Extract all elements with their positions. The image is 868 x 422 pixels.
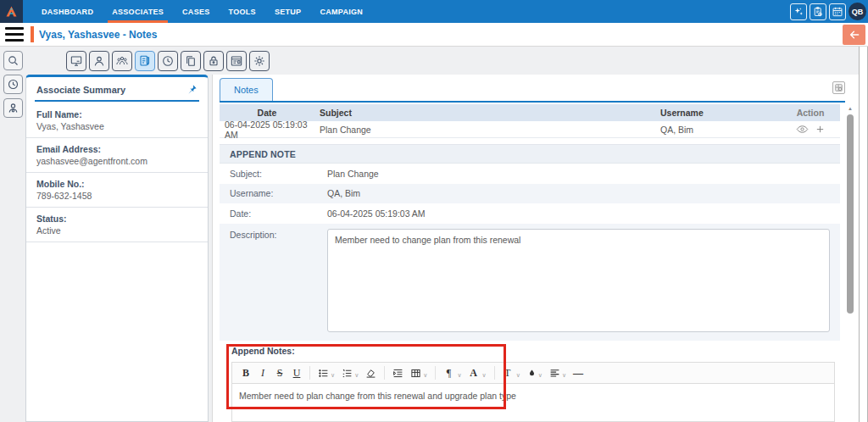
col-header-action: Action: [781, 108, 840, 118]
append-row-date: Date: 06-04-2025 05:19:03 AM: [220, 203, 840, 224]
append-row-username: Username: QA, Bim: [220, 184, 840, 204]
bold-button[interactable]: B: [237, 364, 254, 382]
append-plus-icon[interactable]: [815, 125, 825, 134]
field-label: Mobile No.:: [36, 179, 198, 189]
nav-item-cases[interactable]: CASES: [173, 0, 220, 23]
description-textarea[interactable]: Member need to change plan from this ren…: [327, 229, 830, 332]
notes-panel: Notes Date Subject Username Action 06-04…: [212, 75, 859, 422]
pin-icon[interactable]: [186, 84, 198, 95]
browser-scrollbar-track[interactable]: [859, 47, 868, 422]
title-bar: Vyas, Yashasvee - Notes: [0, 23, 868, 47]
append-note-section: APPEND NOTE Subject: Plan Change Usernam…: [220, 144, 840, 341]
hamburger-menu-icon[interactable]: [5, 27, 24, 42]
color-droplet-button[interactable]: [524, 364, 546, 382]
user-avatar[interactable]: QB: [849, 3, 866, 20]
cell-subject: Plan Change: [314, 125, 655, 135]
search-icon[interactable]: [3, 51, 23, 70]
tab-label: Notes: [234, 85, 259, 95]
field-label: Status:: [36, 214, 198, 224]
unordered-list-button[interactable]: [314, 364, 338, 382]
toolbar-separator: [384, 366, 385, 380]
nav-item-campaign[interactable]: CAMPAIGN: [310, 0, 372, 23]
row-value: QA, Bim: [327, 188, 360, 198]
scrollbar-thumb[interactable]: [847, 114, 854, 314]
row-label: Subject:: [220, 169, 327, 179]
summary-title: Associate Summary: [36, 85, 125, 95]
scrollbar-up-arrow[interactable]: ▲: [847, 104, 854, 113]
col-header-date[interactable]: Date: [220, 108, 314, 118]
cell-username: QA, Bim: [655, 125, 781, 135]
richtext-content[interactable]: Member need to plan change from this ren…: [231, 384, 835, 422]
append-notes-label: Append Notes:: [231, 346, 295, 356]
field-value: Vyas, Yashasvee: [36, 121, 198, 131]
align-button[interactable]: [546, 364, 570, 382]
sparkles-icon[interactable]: [790, 3, 807, 20]
grid-scrollbar: ▲: [847, 104, 854, 422]
form-icon[interactable]: [226, 51, 247, 71]
font-family-button[interactable]: A: [465, 364, 482, 382]
indent-button[interactable]: [389, 364, 407, 382]
toolbar-separator: [435, 366, 436, 380]
chevron-down-icon: [538, 365, 542, 380]
line-height-button[interactable]: T: [499, 364, 516, 382]
ordered-list-button[interactable]: [338, 364, 362, 382]
page-title: Vyas, Yashasvee - Notes: [39, 29, 157, 41]
tab-notes[interactable]: Notes: [220, 78, 273, 101]
field-label: Email Address:: [36, 144, 198, 154]
clipboard-add-icon[interactable]: [810, 3, 826, 20]
append-note-title: APPEND NOTE: [220, 144, 840, 164]
field-value: Active: [36, 225, 198, 236]
chevron-down-icon: [331, 365, 335, 380]
row-value: Plan Change: [327, 169, 379, 179]
paragraph-style-button[interactable]: ¶: [440, 364, 457, 382]
person-icon[interactable]: [89, 51, 109, 71]
nav-item-associates[interactable]: ASSOCIATES: [103, 0, 173, 23]
description-label: Description:: [220, 230, 327, 240]
chevron-down-icon: [516, 365, 520, 380]
underline-button[interactable]: U: [288, 364, 305, 382]
notes-icon[interactable]: [135, 51, 155, 71]
summary-divider: [35, 100, 199, 102]
cell-actions: [781, 125, 840, 134]
table-row[interactable]: 06-04-2025 05:19:03 AM Plan Change QA, B…: [220, 121, 840, 138]
toolbar-separator: [309, 366, 310, 380]
summary-field-full-name: Full Name: Vyas, Yashasvee: [26, 103, 208, 138]
copy-icon[interactable]: [181, 51, 201, 71]
calendar-icon[interactable]: [829, 3, 846, 20]
navbar-actions: QB: [790, 0, 868, 23]
back-arrow-icon: [848, 29, 861, 41]
nav-item-dashboard[interactable]: DASHBOARD: [32, 0, 103, 23]
grid-settings-icon[interactable]: [832, 81, 845, 94]
horizontal-rule-button[interactable]: —: [570, 364, 587, 382]
nav-item-setup[interactable]: SETUP: [265, 0, 311, 23]
row-label: Date:: [220, 208, 327, 219]
summary-field-mobile: Mobile No.: 789-632-1458: [26, 173, 208, 208]
team-icon[interactable]: [112, 51, 132, 71]
row-label: Username:: [220, 188, 327, 198]
app-window: DASHBOARD ASSOCIATES CASES TOOLS SETUP C…: [0, 0, 868, 422]
clock-icon[interactable]: [158, 51, 178, 71]
associate-summary-panel: Associate Summary Full Name: Vyas, Yasha…: [25, 75, 209, 422]
title-accent-bar: [31, 26, 34, 42]
summary-field-email: Email Address: yashasvee@agentfront.com: [26, 138, 208, 173]
chevron-down-icon: [482, 365, 487, 380]
tab-underline: [220, 101, 845, 103]
history-icon[interactable]: [3, 75, 23, 94]
table-button[interactable]: [407, 364, 431, 382]
col-header-subject[interactable]: Subject: [314, 108, 655, 118]
gear-icon[interactable]: [249, 51, 270, 71]
back-button[interactable]: [843, 25, 865, 45]
app-logo[interactable]: [0, 0, 23, 23]
clear-format-eraser-button[interactable]: [362, 364, 380, 382]
richtext-toolbar: B I S U: [231, 362, 835, 384]
associate-icon[interactable]: [3, 98, 23, 118]
field-value: 789-632-1458: [36, 191, 198, 201]
italic-button[interactable]: I: [254, 364, 271, 382]
nav-item-tools[interactable]: TOOLS: [220, 0, 265, 23]
lock-icon[interactable]: [203, 51, 224, 71]
strikethrough-button[interactable]: S: [271, 364, 288, 382]
col-header-username[interactable]: Username: [655, 108, 781, 118]
toolbar-separator: [494, 366, 495, 380]
view-eye-icon[interactable]: [796, 125, 809, 134]
monitor-icon[interactable]: [66, 51, 86, 71]
